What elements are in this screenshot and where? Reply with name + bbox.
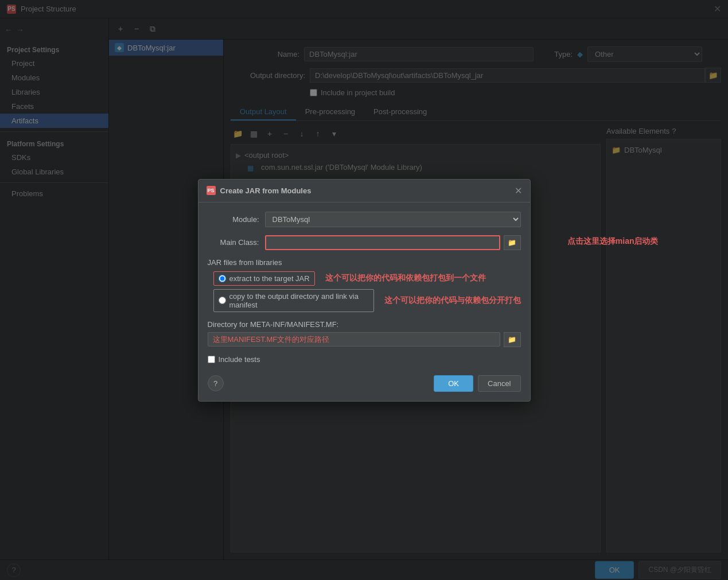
module-select[interactable]: DBToMysql (265, 212, 521, 227)
dialog-title-bar: PS Create JAR from Modules ✕ (198, 180, 530, 203)
dialog-close-button[interactable]: ✕ (515, 185, 522, 196)
radio2-label: copy to the output directory and link vi… (229, 292, 369, 309)
radio1-row: extract to the target JAR 这个可以把你的代码和依赖包打… (213, 271, 521, 286)
radio1-input[interactable] (219, 275, 226, 282)
include-tests-checkbox[interactable] (208, 356, 215, 363)
include-tests-label: Include tests (219, 355, 260, 364)
jar-files-label: JAR files from libraries (208, 258, 521, 267)
main-class-browse-button[interactable]: 📁 (504, 235, 521, 250)
radio2-annotation: 这个可以把你的代码与依赖包分开打包 (384, 295, 521, 306)
main-class-label: Main Class: (208, 238, 259, 247)
create-jar-dialog: PS Create JAR from Modules ✕ Module: DBT… (198, 179, 531, 402)
dialog-overlay: PS Create JAR from Modules ✕ Module: DBT… (0, 0, 728, 580)
radio2-input[interactable] (219, 297, 226, 304)
radio2-row: copy to the output directory and link vi… (213, 289, 521, 312)
radio1-label: extract to the target JAR (229, 274, 310, 283)
manifest-input-row: 📁 (208, 332, 521, 347)
dialog-buttons: ? OK Cancel (208, 373, 521, 392)
module-label: Module: (208, 215, 259, 224)
radio1-annotation: 这个可以把你的代码和依赖包打包到一个文件 (325, 273, 486, 283)
include-tests-row: Include tests (208, 355, 521, 364)
radio1-box: extract to the target JAR (213, 271, 315, 286)
main-class-annotation: 点击这里选择mian启动类 (567, 236, 659, 247)
dialog-body: Module: DBToMysql Main Class: 📁 点击这里选择mi… (198, 203, 530, 401)
radio2-box: copy to the output directory and link vi… (213, 289, 374, 312)
manifest-input[interactable] (208, 332, 500, 347)
manifest-dir-row: Directory for META-INF/MANIFEST.MF: 📁 (208, 320, 521, 347)
main-class-input-row: 📁 (265, 235, 521, 250)
dialog-cancel-button[interactable]: Cancel (478, 375, 520, 392)
main-class-input[interactable] (265, 235, 500, 250)
manifest-browse-button[interactable]: 📁 (504, 332, 521, 347)
manifest-dir-label: Directory for META-INF/MANIFEST.MF: (208, 320, 521, 329)
main-class-row: Main Class: 📁 点击这里选择mian启动类 (208, 235, 521, 250)
radio-group: extract to the target JAR 这个可以把你的代码和依赖包打… (213, 271, 521, 312)
dialog-help-button[interactable]: ? (208, 375, 224, 391)
dialog-icon: PS (207, 186, 216, 195)
module-row: Module: DBToMysql (208, 212, 521, 227)
dialog-ok-button[interactable]: OK (434, 375, 473, 392)
dialog-title: Create JAR from Modules (220, 186, 312, 195)
